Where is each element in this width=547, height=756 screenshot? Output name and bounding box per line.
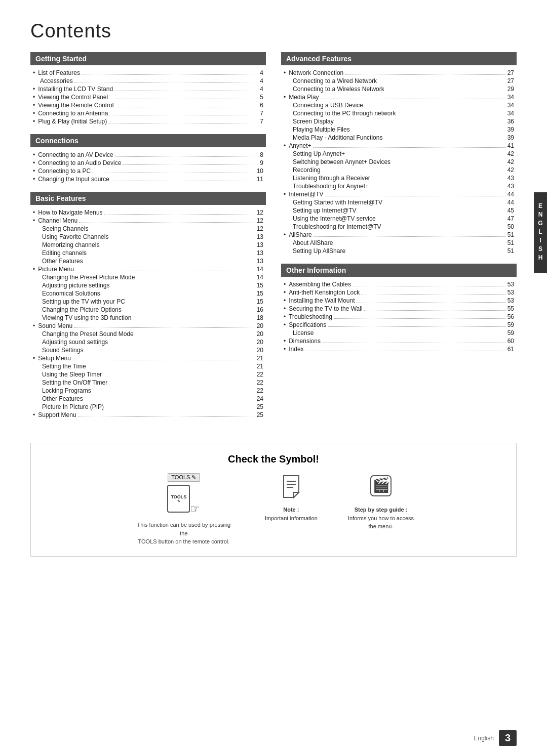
section-basic-features: Basic Features How to Navigate Menus 12 … bbox=[30, 192, 266, 418]
section-advanced-features: Advanced Features Network Connection 27 … bbox=[281, 52, 517, 255]
tools-icon: TOOLS ✎ bbox=[167, 485, 190, 513]
footer-lang: English bbox=[474, 735, 494, 742]
list-item: About AllShare 51 bbox=[284, 239, 514, 246]
list-item: Listening through a Receiver 43 bbox=[284, 175, 514, 182]
list-item: How to Navigate Menus 12 bbox=[33, 209, 263, 216]
list-item: Changing the Input source 11 bbox=[33, 176, 263, 183]
tools-symbol-item: TOOLS ✎ TOOLS ✎ ☞ This function can be u… bbox=[133, 473, 235, 546]
note-symbol-item: Note :Important information bbox=[265, 473, 318, 522]
list-item: Securing the TV to the Wall 55 bbox=[284, 305, 514, 312]
list-item: Changing the Preset Sound Mode 20 bbox=[33, 330, 263, 338]
section-getting-started: Getting Started List of Features 4 Acces… bbox=[30, 52, 266, 125]
list-item: Installing the Wall Mount 53 bbox=[284, 297, 514, 304]
list-item: Connecting to a PC 10 bbox=[33, 167, 263, 175]
list-item: Anti-theft Kensington Lock 53 bbox=[284, 289, 514, 296]
list-item: Memorizing channels 13 bbox=[33, 241, 263, 248]
list-item: Setting Up Anynet+ 42 bbox=[284, 150, 514, 157]
list-item: Accessories 4 bbox=[33, 77, 263, 85]
list-item: Using Favorite Channels 13 bbox=[33, 233, 263, 240]
list-item: Locking Programs 22 bbox=[33, 387, 263, 394]
list-item: Picture Menu 14 bbox=[33, 266, 263, 273]
list-item: Assembling the Cables 53 bbox=[284, 281, 514, 288]
toc-list-connections: Connecting to an AV Device 8 Connecting … bbox=[30, 151, 266, 183]
list-item: Using the Sleep Timer 22 bbox=[33, 371, 263, 378]
list-item: Connecting to an Audio Device 9 bbox=[33, 159, 263, 166]
tools-badge: TOOLS ✎ bbox=[168, 473, 200, 482]
toc-list-basic-features: How to Navigate Menus 12 Channel Menu 12 bbox=[30, 209, 266, 418]
list-item: Sound Settings 20 bbox=[33, 347, 263, 354]
step-guide-icon: 🎬 bbox=[368, 473, 394, 501]
list-item: Media Play - Additional Functions 39 bbox=[284, 134, 514, 141]
list-item: Network Connection 27 bbox=[284, 69, 514, 76]
list-item: Changing the Picture Options 16 bbox=[33, 306, 263, 313]
list-item: Playing Multiple Files 39 bbox=[284, 126, 514, 133]
section-header-advanced-features: Advanced Features bbox=[281, 52, 517, 65]
list-item: Specifications 59 bbox=[284, 321, 514, 328]
list-item: Other Features 13 bbox=[33, 258, 263, 265]
list-item: Setup Menu 21 bbox=[33, 355, 263, 362]
list-item: Adjusting picture settings 15 bbox=[33, 282, 263, 289]
list-item: Internet@TV 44 bbox=[284, 191, 514, 198]
list-item: Support Menu 25 bbox=[33, 411, 263, 418]
content-area: Getting Started List of Features 4 Acces… bbox=[30, 52, 517, 428]
list-item: Setting the Time 21 bbox=[33, 363, 263, 370]
list-item: Viewing the Control Panel 5 bbox=[33, 94, 263, 101]
list-item: Connecting to the PC through network 34 bbox=[284, 110, 514, 117]
list-item: List of Features 4 bbox=[33, 69, 263, 76]
list-item: Dimensions 60 bbox=[284, 338, 514, 345]
list-item: Screen Display 36 bbox=[284, 118, 514, 125]
check-symbol-section: Check the Symbol! TOOLS ✎ TOOLS ✎ ☞ This… bbox=[30, 443, 517, 557]
list-item: Connecting to a Wired Network 27 bbox=[284, 77, 514, 85]
page: Contents Getting Started List of Feature… bbox=[0, 0, 547, 756]
english-side-tab: ENGLISH bbox=[534, 192, 547, 273]
list-item: Connecting a USB Device 34 bbox=[284, 102, 514, 109]
step-guide-symbol-item: 🎬 Step by step guide :Informs you how to… bbox=[348, 473, 414, 531]
hand-icon: ☞ bbox=[190, 502, 200, 516]
step-guide-label: Step by step guide :Informs you how to a… bbox=[348, 506, 414, 531]
list-item: Installing the LCD TV Stand 4 bbox=[33, 86, 263, 93]
list-item: Picture In Picture (PIP) 25 bbox=[33, 403, 263, 410]
section-other-information: Other Information Assembling the Cables … bbox=[281, 264, 517, 353]
symbol-row: TOOLS ✎ TOOLS ✎ ☞ This function can be u… bbox=[41, 473, 506, 546]
list-item: Channel Menu 12 bbox=[33, 217, 263, 224]
toc-list-advanced-features: Network Connection 27 Connecting to a Wi… bbox=[281, 69, 517, 255]
section-header-getting-started: Getting Started bbox=[30, 52, 266, 65]
section-header-basic-features: Basic Features bbox=[30, 192, 266, 205]
list-item: Setting the On/Off Timer 22 bbox=[33, 379, 263, 386]
list-item: Connecting to an AV Device 8 bbox=[33, 151, 263, 158]
list-item: Troubleshooting 56 bbox=[284, 313, 514, 320]
list-item: Switching between Anynet+ Devices 42 bbox=[284, 158, 514, 165]
list-item: Changing the Preset Picture Mode 14 bbox=[33, 274, 263, 281]
section-connections: Connections Connecting to an AV Device 8… bbox=[30, 134, 266, 183]
list-item: Troubleshooting for Anynet+ 43 bbox=[284, 183, 514, 190]
list-item: Media Play 34 bbox=[284, 94, 514, 101]
list-item: Troubleshooting for Internet@TV 50 bbox=[284, 223, 514, 230]
svg-text:🎬: 🎬 bbox=[372, 477, 389, 493]
list-item: Adjusting sound settings 20 bbox=[33, 339, 263, 346]
list-item: Getting Started with Internet@TV 44 bbox=[284, 199, 514, 206]
tools-description: This function can be used by pressing th… bbox=[133, 521, 235, 546]
note-icon bbox=[279, 473, 304, 501]
note-label: Note :Important information bbox=[265, 506, 318, 522]
list-item: Sound Menu 20 bbox=[33, 322, 263, 329]
list-item: Connecting to a Wireless Network 29 bbox=[284, 86, 514, 93]
list-item: Anynet+ 41 bbox=[284, 142, 514, 149]
list-item: Connecting to an Antenna 7 bbox=[33, 110, 263, 117]
list-item: Seeing Channels 12 bbox=[33, 225, 263, 232]
list-item: Using the Internet@TV service 47 bbox=[284, 215, 514, 222]
toc-list-getting-started: List of Features 4 Accessories 4 bbox=[30, 69, 266, 125]
right-column: Advanced Features Network Connection 27 … bbox=[281, 52, 517, 428]
check-symbol-title: Check the Symbol! bbox=[41, 453, 506, 465]
list-item: Setting up Internet@TV 45 bbox=[284, 207, 514, 214]
list-item: Setting Up AllShare 51 bbox=[284, 247, 514, 255]
list-item: Recording 42 bbox=[284, 166, 514, 174]
list-item: Editing channels 13 bbox=[33, 249, 263, 257]
list-item: AllShare 51 bbox=[284, 231, 514, 238]
footer: English 3 bbox=[474, 730, 517, 746]
toc-list-other-information: Assembling the Cables 53 Anti-theft Kens… bbox=[281, 281, 517, 353]
list-item: Viewing the Remote Control 6 bbox=[33, 102, 263, 109]
list-item: Setting up the TV with your PC 15 bbox=[33, 298, 263, 305]
list-item: Economical Solutions 15 bbox=[33, 290, 263, 297]
footer-page-number: 3 bbox=[499, 730, 517, 746]
list-item: Other Features 24 bbox=[33, 395, 263, 402]
